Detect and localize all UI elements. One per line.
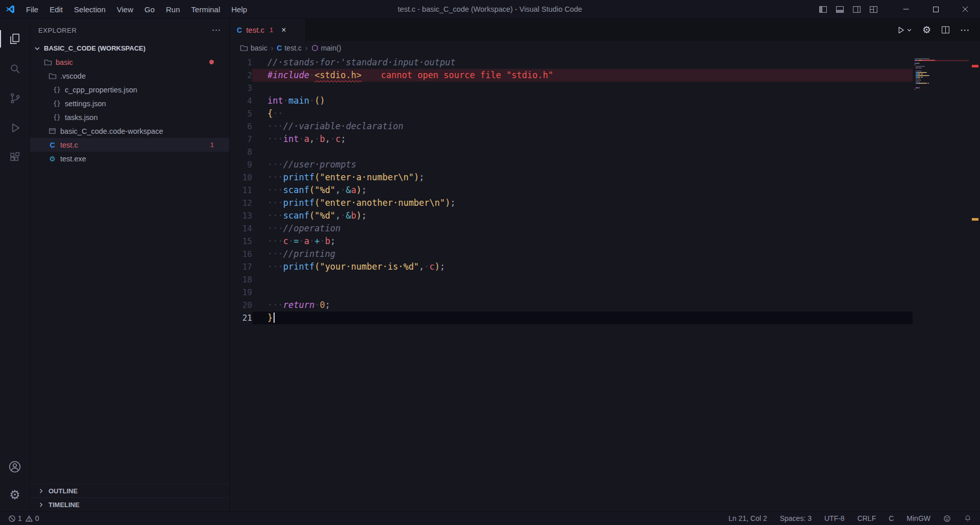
code-line-16[interactable]: 16···//printing	[230, 248, 980, 260]
run-file-button[interactable]	[896, 26, 912, 35]
status-compiler[interactable]: MinGW	[906, 514, 930, 522]
tree-item-test.exe[interactable]: ⚙test.exe	[30, 152, 229, 165]
line-number: 3	[230, 82, 252, 94]
warning-icon	[25, 515, 33, 522]
explorer-icon[interactable]	[0, 24, 30, 54]
menu-selection[interactable]: Selection	[68, 0, 111, 18]
chevron-down-icon	[33, 44, 41, 53]
status-eol[interactable]: CRLF	[857, 514, 876, 522]
line-number: 13	[230, 209, 252, 222]
code-line-14[interactable]: 14···//operation	[230, 222, 980, 235]
toggle-panel-icon[interactable]	[836, 5, 844, 14]
status-encoding[interactable]: UTF-8	[824, 514, 845, 522]
close-window-button[interactable]	[950, 0, 980, 18]
source-control-icon[interactable]	[0, 83, 30, 113]
line-number: 6	[230, 120, 252, 133]
breadcrumb-testc[interactable]: Ctest.c	[277, 44, 302, 52]
editor-more-actions-icon[interactable]: ⋯	[960, 24, 970, 36]
split-editor-icon[interactable]	[941, 26, 950, 34]
maximize-button[interactable]	[921, 0, 950, 18]
error-count: 1	[18, 514, 22, 522]
editor-settings-gear-icon[interactable]: ⚙	[922, 25, 931, 35]
code-line-6[interactable]: 6···//·variable·declaration	[230, 120, 980, 133]
breadcrumb-basic[interactable]: basic	[240, 44, 267, 52]
code-line-17[interactable]: 17···printf("your·number·is·%d",·c);	[230, 260, 980, 273]
line-content: ···//operation	[252, 222, 913, 235]
tree-item-basic_C_code.code-workspace[interactable]: basic_C_code.code-workspace	[30, 124, 229, 138]
status-cursor-position[interactable]: Ln 21, Col 2	[728, 514, 767, 522]
minimize-button[interactable]	[891, 0, 921, 18]
line-number: 9	[230, 158, 252, 171]
code-line-7[interactable]: 7···int·a,·b,·c;	[230, 133, 980, 146]
code-editor[interactable]: 1//·stands·for·'standard·input·output2#i…	[230, 55, 980, 511]
views-more-actions-icon[interactable]: ⋯	[211, 25, 221, 36]
notifications-bell-icon[interactable]	[964, 514, 972, 522]
menu-file[interactable]: File	[20, 0, 44, 18]
tree-item-basic[interactable]: basic	[30, 55, 229, 69]
code-line-13[interactable]: 13···scanf("%d",·&b);	[230, 209, 980, 222]
extensions-icon[interactable]	[0, 142, 30, 172]
code-line-12[interactable]: 12···printf("enter·another·number\n");	[230, 197, 980, 209]
status-indentation[interactable]: Spaces: 3	[780, 514, 812, 522]
json-icon: {}	[53, 86, 61, 93]
code-line-11[interactable]: 11···scanf("%d",·&a);	[230, 184, 980, 197]
line-content: ···scanf("%d",·&a);	[252, 184, 913, 197]
code-line-1[interactable]: 1//·stands·for·'standard·input·output	[230, 56, 980, 69]
json-icon: {}	[53, 114, 61, 121]
customize-layout-icon[interactable]	[869, 5, 878, 14]
json-icon: {}	[53, 100, 61, 107]
code-line-9[interactable]: 9···//user·prompts	[230, 158, 980, 171]
explorer-tree: basic.vscode{}c_cpp_properties.json{}set…	[30, 55, 229, 165]
folder-icon	[43, 58, 52, 66]
code-line-4[interactable]: 4int·main·()	[230, 94, 980, 107]
tab-test-c[interactable]: C test.c 1 ×	[230, 19, 306, 41]
panel-timeline[interactable]: TIMELINE	[30, 497, 229, 511]
tree-item-tasks.json[interactable]: {}tasks.json	[30, 110, 229, 124]
panel-outline[interactable]: OUTLINE	[30, 484, 229, 497]
code-line-2[interactable]: 2#include·<stdio.h>cannot open source fi…	[230, 69, 980, 82]
menu-view[interactable]: View	[111, 0, 139, 18]
tree-item-.vscode[interactable]: .vscode	[30, 69, 229, 83]
problems-indicator[interactable]: 1 0	[8, 514, 39, 522]
status-language-mode[interactable]: C	[889, 514, 894, 522]
workspace-section-header[interactable]: BASIC_C_CODE (WORKSPACE)	[30, 41, 229, 55]
tree-item-label: basic_C_code.code-workspace	[60, 127, 163, 135]
folder-icon	[240, 44, 248, 52]
error-icon	[8, 515, 16, 522]
tree-item-c_cpp_properties.json[interactable]: {}c_cpp_properties.json	[30, 83, 229, 97]
line-content	[252, 82, 913, 94]
menu-help[interactable]: Help	[226, 0, 253, 18]
toggle-secondary-sidebar-icon[interactable]	[852, 5, 861, 14]
line-content: #include·<stdio.h>cannot open source fil…	[252, 69, 913, 82]
close-tab-icon[interactable]: ×	[281, 26, 286, 35]
settings-gear-icon[interactable]: ⚙	[9, 489, 20, 501]
code-line-18[interactable]: 18	[230, 273, 980, 286]
code-line-3[interactable]: 3	[230, 82, 980, 94]
code-line-5[interactable]: 5{··	[230, 107, 980, 120]
line-number: 11	[230, 184, 252, 197]
tab-bar: C test.c 1 × ⚙ ⋯	[230, 19, 980, 41]
tree-item-test.c[interactable]: Ctest.c1	[30, 138, 229, 152]
code-line-19[interactable]: 19	[230, 286, 980, 299]
sidebar-title: EXPLORER	[38, 27, 77, 34]
code-line-15[interactable]: 15···c·=·a·+·b;	[230, 235, 980, 248]
code-line-10[interactable]: 10···printf("enter·a·number\n");	[230, 171, 980, 184]
line-number: 16	[230, 248, 252, 260]
code-line-21[interactable]: 21}	[230, 312, 980, 324]
status-bar: 1 0 Ln 21, Col 2Spaces: 3UTF-8CRLFCMinGW	[0, 511, 980, 525]
toggle-sidebar-icon[interactable]	[819, 5, 827, 14]
breadcrumb-main[interactable]: main()	[311, 44, 341, 52]
line-number: 21	[230, 312, 252, 324]
tab-error-count: 1	[270, 26, 273, 34]
search-icon[interactable]	[0, 54, 30, 83]
menu-go[interactable]: Go	[139, 0, 160, 18]
menu-terminal[interactable]: Terminal	[186, 0, 226, 18]
code-line-20[interactable]: 20···return·0;	[230, 299, 980, 312]
run-debug-icon[interactable]	[0, 113, 30, 142]
code-line-8[interactable]: 8	[230, 146, 980, 158]
account-icon[interactable]	[8, 460, 21, 473]
feedback-smiley-icon[interactable]	[943, 515, 951, 522]
tree-item-settings.json[interactable]: {}settings.json	[30, 97, 229, 110]
menu-edit[interactable]: Edit	[44, 0, 68, 18]
menu-run[interactable]: Run	[160, 0, 186, 18]
